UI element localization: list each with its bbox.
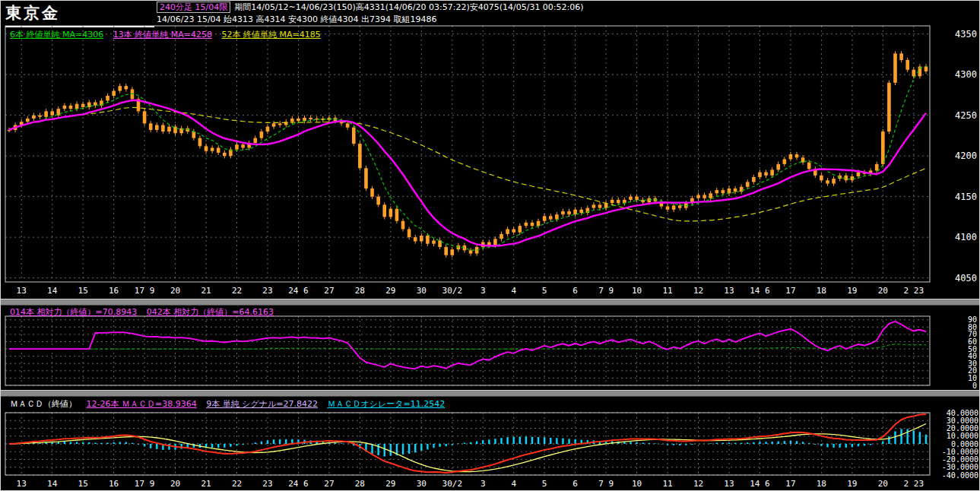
svg-text:20: 20 bbox=[170, 479, 180, 489]
svg-text:14: 14 bbox=[47, 479, 58, 489]
svg-text:7 9: 7 9 bbox=[598, 286, 614, 296]
svg-text:22: 22 bbox=[232, 286, 242, 296]
svg-text:15: 15 bbox=[78, 286, 88, 296]
svg-text:19: 19 bbox=[847, 479, 857, 489]
svg-text:18: 18 bbox=[817, 286, 826, 296]
chart-window: 東京金 240分足 15/04限期間14/05/12~14/06/23(150)… bbox=[0, 0, 980, 491]
svg-text:4350: 4350 bbox=[955, 29, 977, 40]
svg-text:3: 3 bbox=[480, 479, 486, 489]
svg-text:3: 3 bbox=[480, 286, 486, 296]
svg-text:10: 10 bbox=[632, 479, 642, 489]
svg-text:19: 19 bbox=[847, 286, 857, 296]
svg-text:30: 30 bbox=[417, 286, 427, 296]
ma6-legend[interactable]: 6本 終値単純 MA=4306 bbox=[10, 30, 103, 40]
ma13-legend[interactable]: 13本 終値単純 MA=4258 bbox=[113, 30, 212, 40]
svg-text:16: 16 bbox=[109, 286, 119, 296]
svg-text:4: 4 bbox=[511, 479, 516, 489]
macd-legend: ＭＡＣＤ（終値） 12-26本 ＭＡＣＤ=38.9364 9本 単純 シグナル=… bbox=[10, 398, 452, 410]
svg-text:6: 6 bbox=[572, 479, 578, 489]
candlestick-chart[interactable]: 1314151617 92021222324 62728293030/23456… bbox=[1, 25, 980, 299]
svg-text:4200: 4200 bbox=[955, 150, 977, 161]
svg-text:28: 28 bbox=[355, 479, 365, 489]
svg-text:5: 5 bbox=[542, 286, 547, 296]
svg-text:27: 27 bbox=[324, 479, 334, 489]
svg-text:14: 14 bbox=[47, 286, 58, 296]
svg-text:28: 28 bbox=[355, 286, 365, 296]
svg-text:12: 12 bbox=[693, 286, 703, 296]
timeframe-contract-selector[interactable]: 240分足 15/04限 bbox=[157, 2, 230, 13]
svg-text:17: 17 bbox=[785, 286, 795, 296]
svg-text:16: 16 bbox=[109, 479, 119, 489]
svg-text:24 6: 24 6 bbox=[288, 479, 309, 489]
svg-text:30: 30 bbox=[417, 479, 427, 489]
svg-text:30/2: 30/2 bbox=[442, 286, 463, 296]
svg-text:12: 12 bbox=[693, 479, 703, 489]
rsi-legend: 014本 相対力（終値）=70.8943 042本 相対力（終値）=64.616… bbox=[10, 306, 281, 318]
svg-text:23: 23 bbox=[262, 479, 272, 489]
svg-text:11: 11 bbox=[662, 286, 672, 296]
svg-text:30/2: 30/2 bbox=[442, 479, 463, 489]
svg-text:4100: 4100 bbox=[955, 232, 977, 242]
svg-text:29: 29 bbox=[385, 286, 395, 296]
svg-text:21: 21 bbox=[201, 479, 211, 489]
svg-text:4150: 4150 bbox=[955, 192, 977, 202]
signal-value-legend[interactable]: 9本 単純 シグナル=27.8422 bbox=[206, 399, 318, 409]
svg-text:2 23: 2 23 bbox=[904, 479, 924, 489]
svg-text:17 9: 17 9 bbox=[135, 286, 155, 296]
svg-text:4: 4 bbox=[511, 286, 516, 296]
svg-text:17 9: 17 9 bbox=[135, 479, 155, 489]
svg-text:5: 5 bbox=[542, 479, 547, 489]
panel-separator bbox=[1, 299, 980, 306]
svg-text:20: 20 bbox=[170, 286, 180, 296]
svg-text:10: 10 bbox=[632, 286, 642, 296]
svg-text:13: 13 bbox=[724, 479, 734, 489]
svg-text:22: 22 bbox=[232, 479, 242, 489]
svg-text:7 9: 7 9 bbox=[598, 479, 614, 489]
svg-text:4050: 4050 bbox=[955, 273, 977, 284]
svg-text:13: 13 bbox=[17, 479, 27, 489]
svg-text:20: 20 bbox=[878, 286, 888, 296]
svg-text:18: 18 bbox=[817, 479, 826, 489]
svg-text:13: 13 bbox=[17, 286, 27, 296]
svg-text:4250: 4250 bbox=[955, 110, 977, 121]
panel-separator bbox=[1, 390, 980, 397]
macd-value-legend[interactable]: 12-26本 ＭＡＣＤ=38.9364 bbox=[87, 399, 197, 409]
svg-text:0: 0 bbox=[972, 382, 977, 389]
rsi14-legend[interactable]: 014本 相対力（終値）=70.8943 bbox=[10, 307, 137, 317]
svg-text:29: 29 bbox=[385, 479, 395, 489]
svg-text:24 6: 24 6 bbox=[288, 286, 309, 296]
quote-line: 14/06/23 15/04 始4313 高4314 安4300 終値4304 … bbox=[157, 14, 437, 25]
svg-text:17: 17 bbox=[785, 479, 795, 489]
macd-chart[interactable]: 1314151617 92021222324 62728293030/23456… bbox=[1, 410, 980, 491]
rsi-chart[interactable]: 9080706050403020100 bbox=[1, 315, 980, 388]
ma-legend: 6本 終値単純 MA=4306 13本 終値単純 MA=4258 52本 終値単… bbox=[10, 29, 328, 40]
period-range-info: 期間14/05/12~14/06/23(150)高4331(14/06/20 0… bbox=[234, 2, 583, 12]
svg-text:21: 21 bbox=[201, 286, 211, 296]
svg-text:11: 11 bbox=[662, 479, 672, 489]
svg-text:14 6: 14 6 bbox=[750, 479, 770, 489]
svg-text:27: 27 bbox=[324, 286, 334, 296]
svg-text:23: 23 bbox=[262, 286, 272, 296]
svg-text:13: 13 bbox=[724, 286, 734, 296]
svg-text:-40.0000: -40.0000 bbox=[942, 471, 978, 480]
svg-text:14 6: 14 6 bbox=[750, 286, 770, 296]
svg-text:2 23: 2 23 bbox=[904, 286, 924, 296]
ma52-legend[interactable]: 52本 終値単純 MA=4185 bbox=[221, 30, 320, 40]
rsi42-legend[interactable]: 042本 相対力（終値）=64.6163 bbox=[147, 307, 274, 317]
svg-text:6: 6 bbox=[572, 286, 578, 296]
oscillator-value-legend[interactable]: ＭＡＣＤオシレータ=11.2542 bbox=[327, 399, 445, 409]
svg-text:4300: 4300 bbox=[955, 69, 977, 80]
svg-text:15: 15 bbox=[78, 479, 88, 489]
header-line-1: 240分足 15/04限期間14/05/12~14/06/23(150)高433… bbox=[157, 2, 584, 13]
instrument-title: 東京金 bbox=[5, 2, 154, 27]
svg-text:20: 20 bbox=[878, 479, 888, 489]
macd-title: ＭＡＣＤ（終値） bbox=[10, 399, 77, 409]
